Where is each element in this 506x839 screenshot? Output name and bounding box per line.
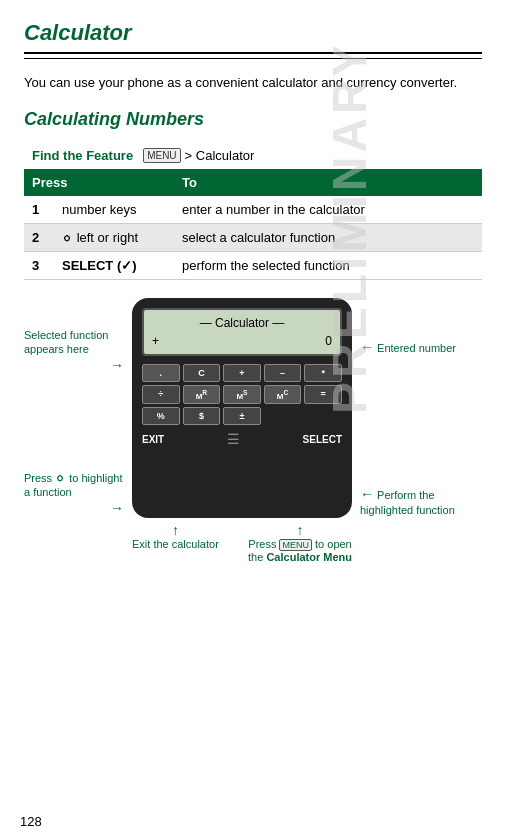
calc-screen-title: — Calculator — — [152, 316, 332, 330]
row3-press: SELECT (✓) — [54, 251, 174, 279]
calc-zero-display: 0 — [325, 334, 332, 348]
btn-equals[interactable]: = — [304, 385, 342, 405]
btn-mr[interactable]: MR — [183, 385, 221, 405]
table-header-to: To — [174, 169, 482, 196]
btn-mc[interactable]: MC — [264, 385, 302, 405]
btn-dot[interactable]: . — [142, 364, 180, 382]
row1-press: number keys — [54, 196, 174, 224]
btn-minus[interactable]: – — [264, 364, 302, 382]
row3-to: perform the selected function — [174, 251, 482, 279]
calc-plus-display: + — [152, 334, 159, 348]
table-header-press: Press — [24, 169, 174, 196]
press-menu-label: ↑ Press MENU to openthe Calculator Menu — [248, 522, 352, 563]
table-row: 3 SELECT (✓) perform the selected functi… — [24, 251, 482, 279]
entered-number-label: Entered number — [377, 342, 456, 354]
find-feature-label: Find the Feature — [32, 148, 133, 163]
right-callouts: ← Entered number ← Perform the highlight… — [360, 298, 470, 518]
nav-icon: ⭘ — [62, 232, 73, 244]
bottom-callouts: ↑ Exit the calculator ↑ Press MENU to op… — [132, 522, 352, 563]
btn-ms[interactable]: MS — [223, 385, 261, 405]
row3-num: 3 — [24, 251, 54, 279]
table-row: 2 ⭘ left or right select a calculator fu… — [24, 223, 482, 251]
btn-divide[interactable]: ÷ — [142, 385, 180, 405]
btn-plusminus[interactable]: ± — [223, 407, 261, 425]
btn-clear[interactable]: C — [183, 364, 221, 382]
section-title: Calculating Numbers — [24, 109, 482, 130]
table-row: 1 number keys enter a number in the calc… — [24, 196, 482, 224]
find-feature-path: > Calculator — [185, 148, 255, 163]
calc-buttons: . C + – * ÷ MR MS MC = % $ ± — [142, 364, 342, 426]
row2-num: 2 — [24, 223, 54, 251]
btn-dollar[interactable]: $ — [183, 407, 221, 425]
row1-to: enter a number in the calculator — [174, 196, 482, 224]
row2-to: select a calculator function — [174, 223, 482, 251]
selected-function-label: Selected function appears here — [24, 328, 124, 357]
exit-softkey[interactable]: EXIT — [142, 434, 164, 445]
btn-plus[interactable]: + — [223, 364, 261, 382]
page-number: 128 — [20, 814, 42, 829]
steps-table: Press To 1 number keys enter a number in… — [24, 169, 482, 280]
press-highlight-label: Press ⭘ to highlight a function — [24, 471, 124, 500]
calc-screen: — Calculator — + 0 — [142, 308, 342, 356]
exit-calc-label: ↑ Exit the calculator — [132, 522, 219, 563]
page-title: Calculator — [24, 20, 482, 54]
btn-percent[interactable]: % — [142, 407, 180, 425]
perform-function-label: Perform the highlighted function — [360, 489, 455, 516]
calculator-mockup: — Calculator — + 0 . C + – * ÷ MR MS MC … — [132, 298, 352, 518]
select-softkey[interactable]: SELECT — [303, 434, 342, 445]
btn-multiply[interactable]: * — [304, 364, 342, 382]
calc-softkeys: EXIT ☰ SELECT — [142, 431, 342, 447]
row1-num: 1 — [24, 196, 54, 224]
menu-softkey[interactable]: ☰ — [227, 431, 240, 447]
body-text: You can use your phone as a convenient c… — [24, 73, 482, 93]
left-callouts: Selected function appears here → Press ⭘… — [24, 298, 124, 518]
row2-press: ⭘ left or right — [54, 223, 174, 251]
menu-icon: MENU — [143, 148, 180, 163]
